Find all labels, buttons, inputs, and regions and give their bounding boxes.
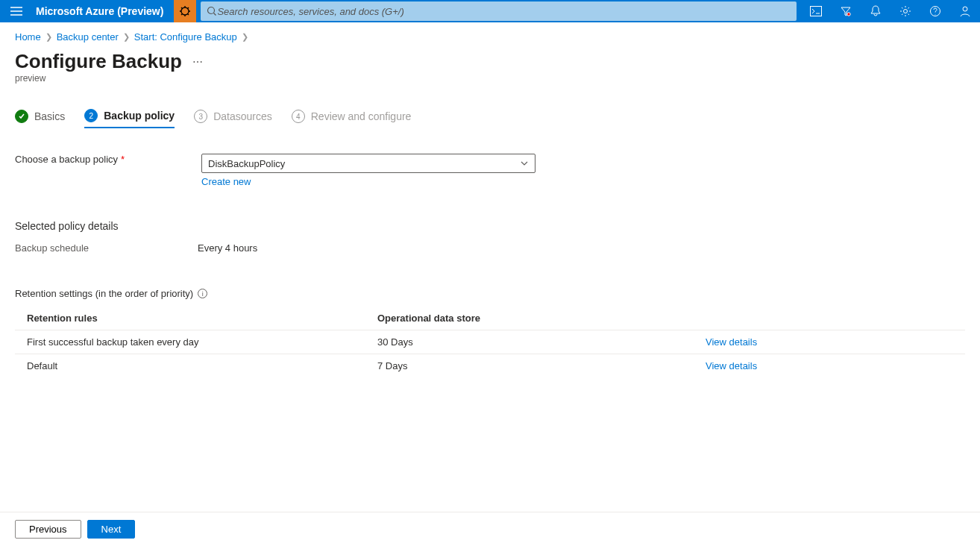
retention-rule-cell: First successful backup taken every day bbox=[27, 336, 377, 348]
chevron-right-icon: ❯ bbox=[242, 32, 248, 42]
main-content: Home ❯ Backup center ❯ Start: Configure … bbox=[0, 22, 980, 512]
retention-heading-row: Retention settings (in the order of prio… bbox=[15, 288, 965, 299]
step-label: Backup policy bbox=[104, 110, 175, 122]
table-header-actions bbox=[706, 313, 953, 324]
backup-schedule-label: Backup schedule bbox=[15, 242, 198, 254]
step-label: Basics bbox=[34, 110, 65, 122]
hamburger-menu-button[interactable] bbox=[0, 0, 33, 22]
settings-button[interactable] bbox=[891, 0, 920, 22]
view-details-link[interactable]: View details bbox=[706, 336, 757, 348]
step-number: 4 bbox=[292, 110, 305, 123]
retention-heading: Retention settings (in the order of prio… bbox=[15, 288, 193, 299]
page-more-button[interactable]: ⋯ bbox=[192, 56, 203, 68]
hamburger-icon bbox=[10, 7, 22, 16]
breadcrumb-start-configure[interactable]: Start: Configure Backup bbox=[134, 31, 237, 43]
svg-rect-2 bbox=[811, 7, 822, 16]
help-button[interactable] bbox=[920, 0, 950, 22]
bell-icon bbox=[870, 5, 881, 17]
step-label: Datasources bbox=[213, 110, 272, 122]
chevron-right-icon: ❯ bbox=[45, 32, 52, 42]
account-icon bbox=[959, 5, 971, 17]
page-title-row: Configure Backup ⋯ bbox=[15, 50, 965, 73]
step-label: Review and configure bbox=[311, 110, 412, 122]
svg-point-4 bbox=[904, 10, 908, 13]
svg-point-3 bbox=[847, 13, 850, 16]
table-header-store: Operational data store bbox=[377, 313, 706, 324]
chevron-right-icon: ❯ bbox=[123, 32, 130, 42]
search-input[interactable] bbox=[217, 6, 791, 17]
view-details-link[interactable]: View details bbox=[706, 360, 757, 371]
chevron-down-icon bbox=[520, 159, 529, 168]
breadcrumb: Home ❯ Backup center ❯ Start: Configure … bbox=[15, 31, 965, 43]
table-row: Default 7 Days View details bbox=[15, 354, 965, 377]
step-backup-policy[interactable]: 2 Backup policy bbox=[84, 109, 175, 128]
retention-table: Retention rules Operational data store F… bbox=[15, 307, 965, 377]
info-icon[interactable]: i bbox=[198, 289, 207, 298]
policy-form-row: Choose a backup policy * DiskBackupPolic… bbox=[15, 154, 965, 187]
preview-bug-button[interactable] bbox=[174, 0, 196, 22]
policy-label: Choose a backup policy * bbox=[15, 154, 201, 187]
step-basics[interactable]: Basics bbox=[15, 110, 65, 128]
backup-schedule-row: Backup schedule Every 4 hours bbox=[15, 242, 965, 254]
backup-policy-dropdown[interactable]: DiskBackupPolicy bbox=[201, 154, 535, 173]
table-row: First successful backup taken every day … bbox=[15, 330, 965, 354]
retention-store-cell: 7 Days bbox=[377, 360, 706, 371]
retention-rule-cell: Default bbox=[27, 360, 377, 371]
search-icon bbox=[207, 6, 217, 16]
previous-button[interactable]: Previous bbox=[15, 520, 81, 539]
required-marker: * bbox=[121, 154, 125, 165]
backup-schedule-value: Every 4 hours bbox=[198, 242, 257, 254]
step-datasources[interactable]: 3 Datasources bbox=[194, 110, 272, 128]
svg-point-1 bbox=[208, 7, 215, 14]
global-search[interactable] bbox=[201, 1, 797, 21]
footer-actions: Previous Next bbox=[0, 512, 980, 546]
next-button[interactable]: Next bbox=[87, 520, 136, 539]
policy-details-heading: Selected policy details bbox=[15, 220, 965, 232]
top-bar: Microsoft Azure (Preview) bbox=[0, 0, 980, 22]
svg-point-6 bbox=[963, 7, 967, 11]
notifications-button[interactable] bbox=[861, 0, 891, 22]
step-tabs: Basics 2 Backup policy 3 Datasources 4 R… bbox=[15, 109, 965, 128]
breadcrumb-backup-center[interactable]: Backup center bbox=[57, 31, 119, 43]
page-subtitle: preview bbox=[15, 73, 965, 84]
retention-store-cell: 30 Days bbox=[377, 336, 706, 348]
check-icon bbox=[15, 110, 28, 123]
table-header: Retention rules Operational data store bbox=[15, 307, 965, 330]
create-new-policy-link[interactable]: Create new bbox=[201, 176, 251, 187]
breadcrumb-home[interactable]: Home bbox=[15, 31, 41, 43]
step-number: 2 bbox=[84, 109, 98, 122]
topbar-right-icons bbox=[801, 0, 980, 22]
cloud-shell-button[interactable] bbox=[801, 0, 831, 22]
page-title: Configure Backup bbox=[15, 50, 182, 73]
directory-filter-button[interactable] bbox=[831, 0, 861, 22]
step-number: 3 bbox=[194, 110, 207, 123]
help-icon bbox=[929, 5, 941, 17]
policy-field: DiskBackupPolicy Create new bbox=[201, 154, 535, 187]
account-button[interactable] bbox=[950, 0, 980, 22]
gear-icon bbox=[899, 5, 911, 17]
step-review[interactable]: 4 Review and configure bbox=[292, 110, 412, 128]
bug-icon bbox=[179, 5, 191, 17]
cloud-shell-icon bbox=[810, 6, 822, 16]
dropdown-value: DiskBackupPolicy bbox=[208, 158, 285, 169]
filter-icon bbox=[841, 6, 851, 16]
brand-label[interactable]: Microsoft Azure (Preview) bbox=[33, 5, 174, 17]
table-header-rules: Retention rules bbox=[27, 313, 377, 324]
